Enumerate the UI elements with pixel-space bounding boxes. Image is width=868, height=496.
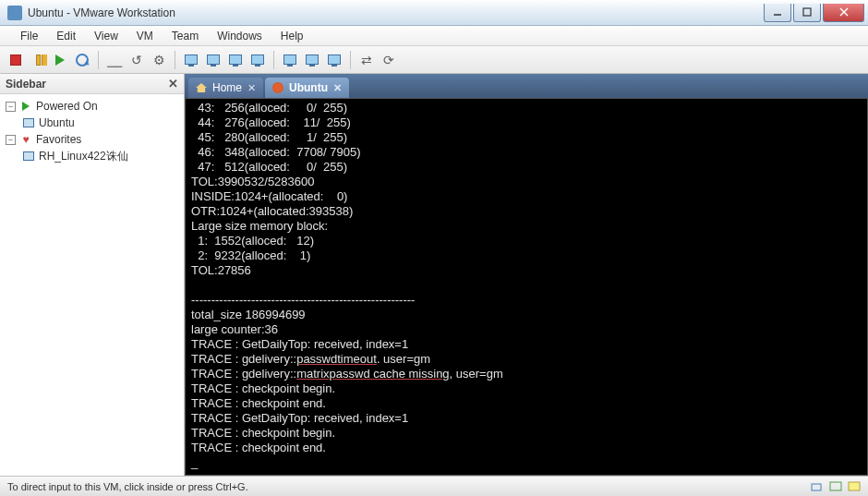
heart-icon: ♥ [19,133,32,146]
svg-rect-5 [830,482,841,490]
quick-switch-button[interactable] [247,50,268,70]
separator [175,51,175,69]
pause-icon [36,54,41,66]
close-button[interactable] [823,4,864,22]
vm-icon [22,118,35,127]
terminal-output[interactable]: 43: 256(alloced: 0/ 255) 44: 276(alloced… [185,98,868,476]
fullscreen-button[interactable] [203,50,223,70]
tree-group-favorites[interactable]: − ♥ Favorites [2,131,182,148]
network-icon[interactable] [811,481,824,492]
play-icon [19,102,32,111]
minimize-button[interactable] [764,4,791,22]
content-area: Home ✕ Ubuntu ✕ 43: 256(alloced: 0/ 255)… [185,74,868,476]
pause-button[interactable] [28,50,48,70]
menu-view[interactable]: View [85,28,127,44]
devices-icon[interactable] [829,481,842,492]
monitor-icon [185,54,198,65]
menu-windows[interactable]: Windows [208,28,271,44]
tree-label: RH_Linux422诛仙 [39,149,128,164]
sidebar-close-button[interactable]: ✕ [168,77,178,91]
collapse-icon[interactable]: − [6,135,16,145]
app-icon [7,6,22,20]
menu-team[interactable]: Team [163,28,208,44]
window-controls [762,4,864,22]
toolbar: ⎯⎯ ↺ ⚙ ⇄ ⟳ [0,46,868,74]
play-button[interactable] [50,50,70,70]
window-titlebar: Ubuntu - VMware Workstation [0,0,868,26]
fullscreen-icon [207,54,220,65]
capture-icon: ⟳ [383,53,394,67]
sidebar-tree: − Powered On Ubuntu − ♥ Favorites RH_Lin… [0,94,184,168]
svg-rect-1 [803,8,811,16]
power-off-button[interactable] [6,50,26,70]
capture-button[interactable]: ⟳ [379,50,399,70]
sidebar-title: Sidebar [6,78,46,91]
snapshot-icon: ⎯⎯ [107,53,122,67]
manager-icon: ⚙ [153,53,165,67]
menubar: File Edit View VM Team Windows Help [0,26,868,46]
tab-label: Home [212,81,242,94]
vm-icon [22,151,35,161]
snapshot-manager-button[interactable]: ⚙ [149,50,169,70]
window-title: Ubuntu - VMware Workstation [28,6,762,19]
tab-close-button[interactable]: ✕ [333,82,342,94]
reset-icon [76,54,89,67]
convert-icon: ⇄ [361,53,372,67]
show-console-button[interactable] [181,50,201,70]
collapse-icon[interactable]: − [6,102,16,112]
tabbar: Home ✕ Ubuntu ✕ [185,74,868,98]
separator [273,51,274,69]
menu-file[interactable]: File [11,28,47,44]
reset-button[interactable] [72,50,92,70]
console-icon [328,54,341,65]
switch-icon [251,54,264,65]
tree-label: Powered On [36,100,98,113]
unity-button[interactable] [225,50,246,70]
menu-edit[interactable]: Edit [47,28,85,44]
status-tray [811,481,861,492]
tree-label: Ubuntu [39,116,75,129]
appliance-view-button[interactable] [302,50,322,70]
svg-rect-4 [812,484,821,490]
sidebar-header: Sidebar ✕ [0,74,184,94]
tab-ubuntu[interactable]: Ubuntu ✕ [265,78,349,98]
sidebar: Sidebar ✕ − Powered On Ubuntu − ♥ Favori… [0,74,185,476]
svg-rect-6 [849,482,860,490]
tree-label: Favorites [36,133,81,146]
tab-close-button[interactable]: ✕ [247,82,256,94]
play-icon [55,54,65,66]
status-hint: To direct input to this VM, click inside… [7,481,248,492]
tab-home[interactable]: Home ✕ [188,78,263,98]
appliance-icon [306,54,319,65]
menu-vm[interactable]: VM [127,28,163,44]
main-area: Sidebar ✕ − Powered On Ubuntu − ♥ Favori… [0,74,868,476]
ubuntu-icon [272,82,283,93]
tree-item-ubuntu[interactable]: Ubuntu [2,115,182,131]
separator [98,51,99,69]
stop-icon [10,54,21,66]
separator [350,51,351,69]
snapshot-revert-button[interactable]: ↺ [127,50,147,70]
status-bar: To direct input to this VM, click inside… [0,476,868,496]
tree-item-rhlinux[interactable]: RH_Linux422诛仙 [2,148,182,164]
console-view-button[interactable] [324,50,344,70]
maximize-button[interactable] [793,4,821,22]
menu-help[interactable]: Help [271,28,313,44]
message-icon[interactable] [848,481,861,492]
convert-button[interactable]: ⇄ [356,50,377,70]
summary-view-button[interactable] [280,50,300,70]
snapshot-button[interactable]: ⎯⎯ [104,50,125,70]
revert-icon: ↺ [131,53,142,67]
summary-icon [283,54,296,65]
unity-icon [229,54,242,65]
tab-label: Ubuntu [289,81,328,94]
tree-group-powered-on[interactable]: − Powered On [2,98,182,115]
home-icon [196,83,207,92]
